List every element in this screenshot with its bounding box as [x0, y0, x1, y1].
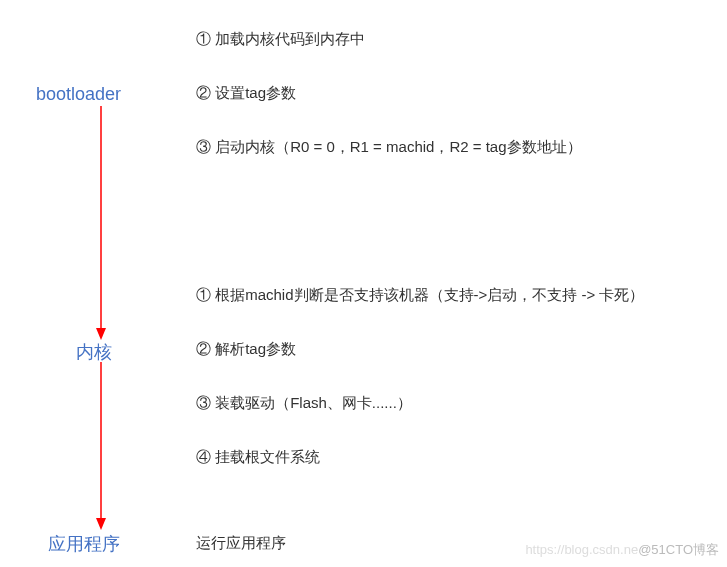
bootloader-step-2: ② 设置tag参数	[196, 84, 296, 103]
bootloader-step-1: ① 加载内核代码到内存中	[196, 30, 365, 49]
watermark-right: @51CTO博客	[638, 542, 719, 557]
kernel-step-2: ② 解析tag参数	[196, 340, 296, 359]
app-step-1: 运行应用程序	[196, 534, 286, 553]
watermark-left: https://blog.csdn.ne	[525, 542, 638, 557]
bootloader-step-3: ③ 启动内核（R0 = 0，R1 = machid，R2 = tag参数地址）	[196, 138, 582, 157]
svg-marker-1	[96, 328, 106, 340]
stage-kernel-label: 内核	[76, 340, 112, 364]
svg-marker-3	[96, 518, 106, 530]
watermark: https://blog.csdn.ne@51CTO博客	[525, 541, 719, 559]
flow-arrow	[94, 106, 108, 530]
stage-bootloader-label: bootloader	[36, 84, 121, 105]
kernel-step-4: ④ 挂载根文件系统	[196, 448, 320, 467]
stage-app-label: 应用程序	[48, 532, 120, 556]
diagram-container: bootloader 内核 应用程序 ① 加载内核代码到内存中 ② 设置tag参…	[0, 0, 727, 567]
kernel-step-3: ③ 装载驱动（Flash、网卡......）	[196, 394, 412, 413]
kernel-step-1: ① 根据machid判断是否支持该机器（支持->启动，不支持 -> 卡死）	[196, 286, 644, 305]
